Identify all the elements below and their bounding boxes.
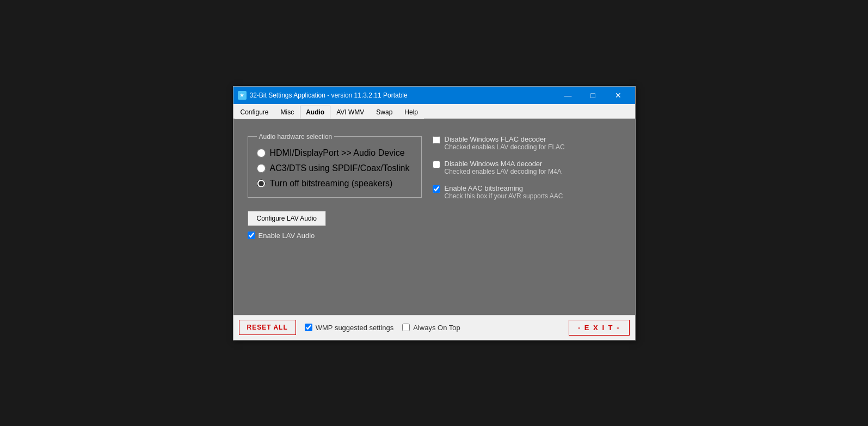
radio-group: HDMI/DisplayPort >> Audio Device AC3/DTS…: [257, 148, 413, 188]
tab-audio[interactable]: Audio: [300, 106, 330, 119]
minimize-button[interactable]: —: [556, 87, 581, 104]
tab-help[interactable]: Help: [398, 106, 424, 119]
wmp-row: WMP suggested settings: [305, 324, 394, 332]
disable-flac-sub-label: Checked enables LAV decoding for FLAC: [445, 143, 565, 151]
tab-swap[interactable]: Swap: [370, 106, 398, 119]
radio-bitstream-off-label: Turn off bitstreaming (speakers): [270, 179, 393, 188]
radio-hdmi[interactable]: HDMI/DisplayPort >> Audio Device: [257, 148, 413, 158]
disable-m4a-row: Disable Windows M4A decoder Checked enab…: [433, 160, 565, 175]
enable-aac-text: Enable AAC bitstreaming Check this box i…: [445, 184, 563, 200]
disable-flac-row: Disable Windows FLAC decoder Checked ena…: [433, 135, 565, 151]
close-button[interactable]: ✕: [606, 87, 631, 104]
radio-hdmi-label: HDMI/DisplayPort >> Audio Device: [270, 148, 405, 158]
content-area: Audio hardware selection HDMI/DisplayPor…: [233, 119, 635, 315]
disable-m4a-text: Disable Windows M4A decoder Checked enab…: [445, 160, 562, 175]
exit-button[interactable]: - E X I T -: [569, 320, 630, 336]
maximize-button[interactable]: □: [581, 87, 606, 104]
tab-configure[interactable]: Configure: [235, 106, 275, 119]
audio-hardware-fieldset: Audio hardware selection HDMI/DisplayPor…: [248, 133, 422, 198]
radio-ac3[interactable]: AC3/DTS using SPDIF/Coax/Toslink: [257, 163, 413, 173]
enable-lav-checkbox[interactable]: [248, 232, 255, 239]
radio-ac3-input[interactable]: [257, 164, 266, 173]
radio-ac3-label: AC3/DTS using SPDIF/Coax/Toslink: [270, 163, 410, 173]
enable-aac-checkbox[interactable]: [433, 185, 440, 193]
disable-m4a-main-label[interactable]: Disable Windows M4A decoder: [445, 160, 562, 168]
radio-bitstream-off[interactable]: Turn off bitstreaming (speakers): [257, 179, 413, 188]
always-on-top-label[interactable]: Always On Top: [413, 324, 460, 332]
titlebar-title: 32-Bit Settings Application - version 11…: [250, 92, 556, 99]
radio-bitstream-off-input[interactable]: [257, 179, 266, 188]
disable-flac-text: Disable Windows FLAC decoder Checked ena…: [445, 135, 565, 151]
disable-flac-checkbox[interactable]: [433, 136, 440, 144]
footer: RESET ALL WMP suggested settings Always …: [233, 315, 635, 340]
disable-m4a-sub-label: Checked enables LAV decoding for M4A: [445, 168, 562, 175]
enable-aac-main-label[interactable]: Enable AAC bitstreaming: [445, 184, 563, 192]
main-layout: Audio hardware selection HDMI/DisplayPor…: [242, 127, 626, 245]
reset-all-button[interactable]: RESET ALL: [239, 320, 296, 335]
titlebar-controls: — □ ✕: [556, 87, 631, 104]
enable-aac-row: Enable AAC bitstreaming Check this box i…: [433, 184, 565, 200]
titlebar: ★ 32-Bit Settings Application - version …: [233, 87, 635, 104]
always-on-top-row: Always On Top: [402, 324, 460, 332]
tab-aviwmv[interactable]: AVI WMV: [330, 106, 370, 119]
wmp-label[interactable]: WMP suggested settings: [316, 324, 394, 332]
wmp-checkbox[interactable]: [305, 324, 312, 331]
main-window: ★ 32-Bit Settings Application - version …: [233, 86, 636, 340]
enable-lav-row: Enable LAV Audio: [248, 232, 422, 240]
radio-hdmi-input[interactable]: [257, 149, 266, 157]
right-panel: Disable Windows FLAC decoder Checked ena…: [433, 133, 565, 240]
menubar: Configure Misc Audio AVI WMV Swap Help: [233, 104, 635, 119]
audio-hardware-legend: Audio hardware selection: [257, 133, 335, 141]
always-on-top-checkbox[interactable]: [402, 324, 410, 331]
disable-m4a-checkbox[interactable]: [433, 161, 440, 168]
disable-flac-main-label[interactable]: Disable Windows FLAC decoder: [445, 135, 565, 143]
left-bottom: Configure LAV Audio Enable LAV Audio: [248, 211, 422, 240]
configure-lav-button[interactable]: Configure LAV Audio: [248, 211, 327, 226]
tab-misc[interactable]: Misc: [275, 106, 300, 119]
app-icon: ★: [238, 91, 247, 100]
enable-lav-label[interactable]: Enable LAV Audio: [258, 232, 315, 240]
enable-aac-sub-label: Check this box if your AVR supports AAC: [445, 192, 563, 200]
